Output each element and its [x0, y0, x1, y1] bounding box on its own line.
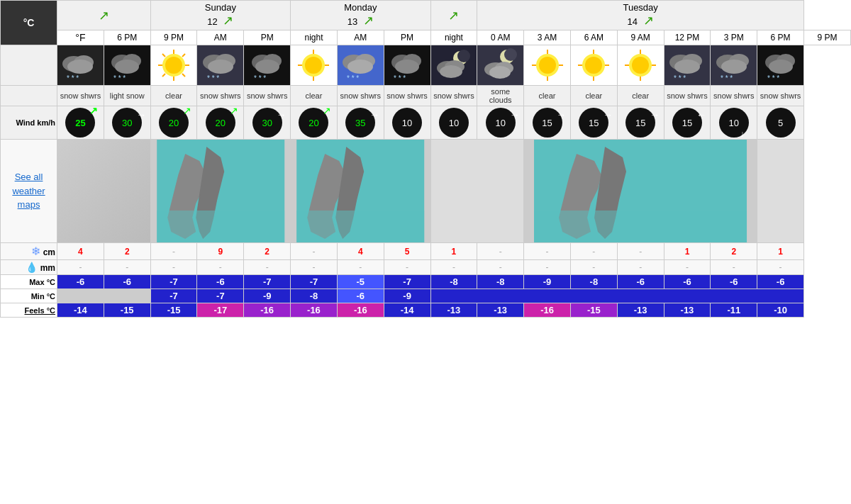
min-0	[57, 289, 104, 303]
wind-8: 10	[430, 106, 477, 140]
cond-13: snow shwrs	[664, 86, 711, 106]
svg-rect-85	[534, 211, 747, 242]
icon-cell-14: * * *	[711, 45, 757, 86]
max-8: -8	[430, 275, 477, 289]
rain-val-13: -	[664, 260, 711, 275]
max-13: -6	[664, 275, 711, 289]
feels-3: -17	[197, 303, 244, 318]
see-all-cell[interactable]: See all weather maps	[1, 140, 57, 243]
icon-cell-3: * * *	[197, 45, 244, 86]
snow-val-15: 1	[757, 243, 804, 260]
see-all-link[interactable]: See all weather maps	[12, 172, 45, 210]
time-header-row: °F 6 PM 9 PM AM PM night AM PM night 0 A…	[1, 30, 851, 45]
map-tue-empty1	[430, 140, 524, 243]
cond-12: clear	[617, 86, 664, 106]
expand-icon-sun[interactable]: ↗	[223, 13, 233, 28]
snow-val-12: -	[617, 243, 664, 260]
snow-val-11: -	[570, 243, 617, 260]
snow-val-3: 9	[197, 243, 244, 260]
time-6am-tue: 6 AM	[570, 30, 617, 45]
rain-val-15: -	[757, 260, 804, 275]
feels-label-cell: Feels °C	[1, 303, 57, 318]
snow-val-10: -	[524, 243, 571, 260]
wind-4: 30 →	[244, 106, 291, 140]
cond-6: snow shwrs	[337, 86, 384, 106]
wind-10: 15 →	[524, 106, 571, 140]
svg-text:* * *: * * *	[394, 74, 406, 82]
condition-row: snow shwrs light snow clear snow shwrs s…	[1, 86, 851, 106]
rain-unit: mm	[40, 263, 55, 273]
time-12pm-tue: 12 PM	[664, 30, 711, 45]
icon-cell-0: * * *	[57, 45, 104, 86]
rain-label-cell: 💧 mm	[1, 260, 57, 275]
saturday-header: ↗	[57, 1, 151, 30]
svg-point-34	[347, 60, 373, 74]
cond-9: some clouds	[477, 86, 524, 106]
expand-icon-mon[interactable]: ↗	[363, 13, 374, 28]
icon-cell-9	[477, 45, 524, 86]
wind-14: 10 ↓	[711, 106, 757, 140]
feels-1: -15	[104, 303, 150, 318]
svg-point-2	[67, 60, 93, 74]
cond-10: clear	[524, 86, 571, 106]
monday-name: Monday	[344, 2, 377, 13]
snow-label-cell: ❄ cm	[1, 243, 57, 260]
fahrenheit-label: °F	[75, 32, 85, 43]
min-label-cell: Min °C	[1, 289, 57, 303]
time-am-sun: AM	[197, 30, 244, 45]
map-sun	[150, 140, 290, 243]
max-label-cell: Max °C	[1, 275, 57, 289]
tuesday-name: Tuesday	[623, 2, 657, 13]
svg-point-57	[585, 57, 602, 74]
svg-point-49	[489, 66, 511, 79]
time-pm-sun: PM	[244, 30, 291, 45]
svg-point-9	[165, 57, 182, 74]
tuesday-number: 14	[628, 16, 638, 27]
svg-rect-83	[296, 211, 424, 242]
max-0: -6	[57, 275, 104, 289]
cond-4: snow shwrs	[244, 86, 291, 106]
min-temp-row: Min °C -7 -7 -9 -8 -6 -9	[1, 289, 851, 303]
snow-val-9: -	[477, 243, 524, 260]
snow-val-14: 2	[711, 243, 757, 260]
time-6pm-sat: 6 PM	[104, 30, 150, 45]
fahrenheit-unit[interactable]: °F	[57, 30, 104, 45]
wind-15: 5	[757, 106, 804, 140]
svg-line-14	[162, 54, 165, 57]
rain-val-2: -	[150, 260, 197, 275]
rain-val-1: -	[104, 260, 150, 275]
sunday-number: 12	[207, 16, 217, 27]
svg-text:* * *: * * *	[721, 74, 733, 82]
cond-3: snow shwrs	[197, 86, 244, 106]
map-row: See all weather maps	[1, 140, 851, 243]
feels-5: -16	[291, 303, 338, 318]
wind-9: 10 →	[477, 106, 524, 140]
feels-row: Feels °C -14 -15 -15 -17 -16 -16 -16 -14…	[1, 303, 851, 318]
expand-icon-tue[interactable]: ↗	[643, 13, 654, 28]
feels-6: -16	[337, 303, 384, 318]
wind-1: 30 →	[104, 106, 150, 140]
svg-point-6	[115, 60, 139, 74]
feels-7: -14	[384, 303, 430, 318]
feels-8: -13	[430, 303, 477, 318]
rain-val-5: -	[291, 260, 338, 275]
svg-point-27	[305, 57, 322, 74]
monday-number: 13	[347, 16, 357, 27]
feels-11: -15	[570, 303, 617, 318]
time-9pm-tue: 9 PM	[804, 30, 851, 45]
time-3am-tue: 3 AM	[524, 30, 571, 45]
expand-icon-tue-left[interactable]: ↗	[448, 9, 459, 23]
svg-point-51	[539, 57, 556, 74]
svg-point-74	[721, 60, 747, 74]
celsius-unit[interactable]: °C	[1, 1, 57, 45]
min-3: -7	[197, 289, 244, 303]
svg-point-24	[255, 60, 279, 74]
wind-5: 20 ↗	[291, 106, 338, 140]
expand-icon-sat[interactable]: ↗	[99, 9, 109, 23]
snow-val-4: 2	[244, 243, 291, 260]
svg-rect-81	[157, 211, 284, 242]
tuesday-header: Tuesday 14 ↗	[477, 1, 804, 30]
rain-val-10: -	[524, 260, 571, 275]
min-6: -6	[337, 289, 384, 303]
snow-val-6: 4	[337, 243, 384, 260]
